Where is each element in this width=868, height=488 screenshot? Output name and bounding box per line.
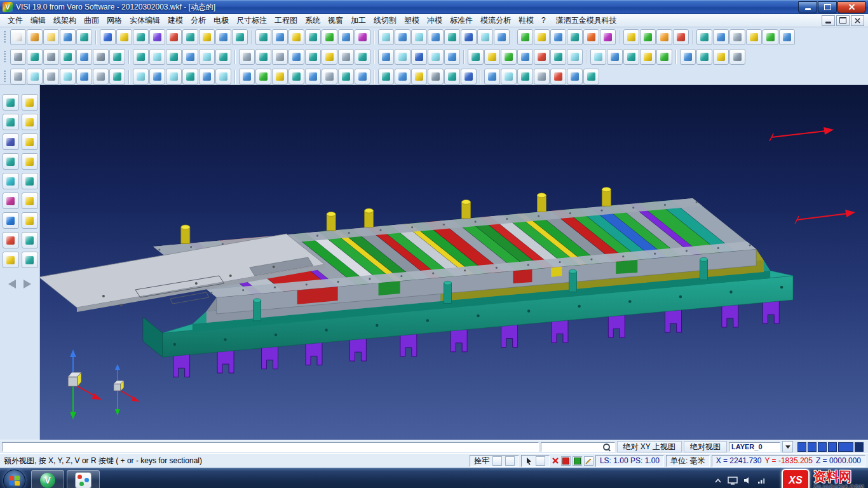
menu-item[interactable]: ? [538, 15, 550, 25]
toolbar-icon[interactable] [182, 69, 198, 85]
toolbar-icon[interactable] [378, 29, 394, 45]
mdi-close-button[interactable] [851, 15, 864, 26]
menu-item[interactable]: 网格 [103, 15, 126, 27]
toolbar-icon[interactable] [116, 29, 132, 45]
toolbar-icon[interactable] [27, 69, 43, 85]
toolbar-icon[interactable] [428, 49, 444, 65]
view-tool-icon[interactable] [3, 212, 19, 229]
view-tool-icon[interactable] [3, 193, 19, 209]
toolbar-icon[interactable] [696, 29, 712, 45]
toolbar-icon[interactable] [322, 49, 337, 65]
toolbar-icon[interactable] [411, 69, 427, 85]
toolbar-icon[interactable] [288, 29, 304, 45]
toolbar-icon[interactable] [534, 29, 550, 45]
toolbar-icon[interactable] [133, 29, 149, 45]
toolbar-grip[interactable] [4, 31, 6, 44]
toolbar-icon[interactable] [255, 69, 271, 85]
toolbar-icon[interactable] [100, 29, 116, 45]
toolbar-icon[interactable] [640, 29, 656, 45]
toolbar-icon[interactable] [729, 29, 745, 45]
menu-item[interactable]: 分析 [187, 15, 210, 27]
toolbar-icon[interactable] [517, 49, 533, 65]
layer-color-chip[interactable] [838, 442, 853, 452]
toolbar-icon[interactable] [76, 69, 92, 85]
toolbar-icon[interactable] [355, 49, 370, 65]
toolbar-icon[interactable] [378, 69, 394, 85]
taskbar-app-viewer[interactable] [67, 470, 100, 488]
menu-item[interactable]: 工程图 [271, 15, 301, 27]
toolbar-icon[interactable] [305, 69, 321, 85]
menu-item[interactable]: 编辑 [27, 15, 50, 27]
view-tool-icon[interactable] [3, 173, 19, 189]
toolbar-icon[interactable] [215, 29, 231, 45]
tray-expand-icon[interactable] [714, 478, 722, 484]
toolbar-icon[interactable] [239, 49, 255, 65]
toolbar-icon[interactable] [428, 69, 444, 85]
toolbar-icon[interactable] [215, 49, 231, 65]
snap-down-icon[interactable] [505, 456, 515, 466]
toolbar-icon[interactable] [763, 29, 778, 45]
toolbar-icon[interactable] [590, 49, 606, 65]
previous-view-arrow-icon[interactable] [8, 280, 16, 288]
menu-item[interactable]: 线切割 [370, 15, 400, 27]
toolbar-icon[interactable] [395, 29, 410, 45]
toolbar-icon[interactable] [411, 49, 427, 65]
toolbar-icon[interactable] [680, 49, 696, 65]
menu-item[interactable]: 加工 [347, 15, 370, 27]
toolbar-icon[interactable] [567, 49, 583, 65]
toolbar-icon[interactable] [272, 49, 288, 65]
toolbar-icon[interactable] [428, 29, 444, 45]
toolbar-grip[interactable] [4, 71, 6, 83]
viewport-canvas[interactable] [40, 85, 868, 440]
view-tool-icon[interactable] [3, 252, 19, 268]
toolbar-icon[interactable] [199, 29, 215, 45]
search-input[interactable] [541, 442, 615, 452]
layer-color-chip[interactable] [818, 442, 827, 452]
toolbar-icon[interactable] [288, 49, 304, 65]
toolbar-icon[interactable] [149, 69, 165, 85]
menu-item[interactable]: 建模 [164, 15, 187, 27]
view-tool-icon[interactable] [22, 212, 38, 229]
toolbar-icon[interactable] [355, 69, 370, 85]
toolbar-icon[interactable] [640, 49, 656, 65]
toolbar-icon[interactable] [305, 49, 321, 65]
toolbar-icon[interactable] [109, 49, 125, 65]
toolbar-icon[interactable] [288, 69, 304, 85]
view-tool-icon[interactable] [3, 94, 19, 111]
toolbar-icon[interactable] [550, 49, 566, 65]
toolbar-icon[interactable] [43, 49, 59, 65]
toolbar-icon[interactable] [477, 29, 493, 45]
toolbar-icon[interactable] [501, 69, 517, 85]
layer-dropdown-button[interactable] [782, 441, 793, 452]
toolbar-icon[interactable] [272, 69, 288, 85]
toolbar-icon[interactable] [550, 69, 566, 85]
view-tool-icon[interactable] [22, 153, 38, 170]
toolbar-icon[interactable] [779, 29, 795, 45]
toolbar-icon[interactable] [93, 69, 109, 85]
toolbar-icon[interactable] [494, 29, 510, 45]
command-history-field[interactable] [2, 442, 539, 452]
view-tool-icon[interactable] [22, 173, 38, 189]
start-button[interactable] [3, 470, 25, 488]
toolbar-icon[interactable] [27, 29, 43, 45]
toolbar-icon[interactable] [607, 49, 623, 65]
view-tool-icon[interactable] [3, 133, 19, 150]
toolbar-icon[interactable] [27, 49, 43, 65]
toolbar-icon[interactable] [93, 49, 109, 65]
toolbar-icon[interactable] [76, 49, 92, 65]
toolbar-grip[interactable] [4, 51, 6, 64]
toolbar-icon[interactable] [182, 49, 198, 65]
menu-item[interactable]: 视窗 [324, 15, 347, 27]
toolbar-icon[interactable] [322, 69, 337, 85]
view-tool-icon[interactable] [22, 133, 38, 150]
view-tool-icon[interactable] [3, 153, 19, 170]
toolbar-icon[interactable] [534, 49, 550, 65]
display-icon[interactable] [728, 477, 738, 485]
toolbar-icon[interactable] [729, 49, 745, 65]
toolbar-icon[interactable] [583, 69, 599, 85]
toolbar-icon[interactable] [255, 29, 271, 45]
toolbar-icon[interactable] [166, 69, 182, 85]
toolbar-icon[interactable] [43, 69, 59, 85]
menu-item[interactable]: 模流分析 [477, 15, 515, 27]
toolbar-icon[interactable] [166, 49, 182, 65]
